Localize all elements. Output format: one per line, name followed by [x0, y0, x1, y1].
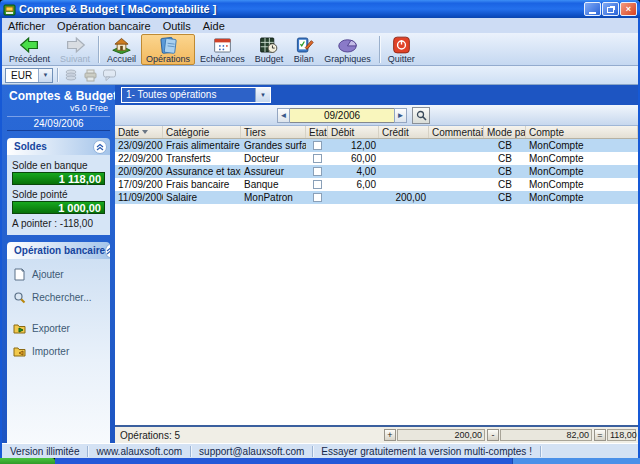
column-header-compte[interactable]: Compte — [526, 126, 638, 138]
upgrade-promo-link[interactable]: Essayer gratuitement la version multi-co… — [313, 446, 541, 457]
website-link[interactable]: www.alauxsoft.com — [88, 446, 191, 457]
debit-total-indicator: - — [487, 429, 499, 441]
currency-toolbar: EUR ▼ — [2, 66, 638, 85]
bank-balance-value: 1 118,00 — [12, 172, 105, 185]
accueil-button[interactable]: Accueil — [102, 34, 141, 65]
column-header-credit[interactable]: Crédit — [379, 126, 429, 138]
operations-table: Date Catégorie Tiers Etat Débit Crédit C… — [115, 126, 638, 425]
next-month-button[interactable]: ► — [394, 108, 407, 123]
graphiques-button[interactable]: Graphiques — [319, 34, 376, 65]
links-divider — [13, 314, 104, 322]
close-button[interactable]: × — [620, 2, 637, 16]
totals-bar: Opérations: 5 + 200,00 - 82,00 = 118,00 — [115, 425, 638, 443]
table-row[interactable]: 17/09/2006 Frais bancaire Banque 6,00 CB… — [115, 178, 638, 191]
minimize-button[interactable] — [584, 2, 601, 16]
column-header-tiers[interactable]: Tiers — [241, 126, 306, 138]
magnifier-icon — [416, 110, 427, 121]
column-header-date[interactable]: Date — [115, 126, 163, 138]
etat-checkbox[interactable] — [313, 141, 322, 150]
chevron-up-icon — [106, 247, 110, 255]
app-version-label: v5.0 Free — [2, 103, 115, 114]
menu-outils[interactable]: Outils — [157, 20, 197, 32]
support-email-link[interactable]: support@alauxsoft.com — [191, 446, 313, 457]
exporter-link[interactable]: Exporter — [13, 322, 104, 335]
period-field[interactable]: 09/2006 — [290, 108, 394, 123]
safe-icon — [258, 36, 279, 54]
bilan-button[interactable]: Bilan — [288, 34, 319, 65]
table-row[interactable]: 22/09/2006 Transferts Docteur 60,00 CB M… — [115, 152, 638, 165]
menu-operation-bancaire[interactable]: Opération bancaire — [51, 20, 157, 32]
search-period-button[interactable] — [412, 107, 430, 124]
table-empty-area — [115, 204, 638, 425]
operations-button[interactable]: Opérations — [141, 34, 195, 65]
calendar-icon — [212, 36, 233, 54]
etat-checkbox[interactable] — [313, 180, 322, 189]
toolbar-separator — [379, 36, 380, 63]
suivant-button[interactable]: Suivant — [55, 34, 95, 65]
speech-bubble-icon[interactable] — [102, 68, 117, 82]
toolbar-separator — [57, 68, 58, 82]
table-row[interactable]: 20/09/2006 Assurance et taxes.. Assureur… — [115, 165, 638, 178]
credit-total-indicator: + — [384, 429, 396, 441]
coins-icon[interactable] — [64, 68, 79, 82]
precedent-button[interactable]: Précédent — [4, 34, 55, 65]
menu-afficher[interactable]: Afficher — [2, 20, 51, 32]
etat-checkbox[interactable] — [313, 193, 322, 202]
to-point-label: A pointer : -118,00 — [12, 218, 105, 229]
table-row[interactable]: 11/09/2006 Salaire MonPatron 200,00 CB M… — [115, 191, 638, 204]
filter-band: 1- Toutes opérations ▼ — [115, 85, 638, 105]
windows-taskbar — [0, 458, 640, 464]
pointed-balance-label: Solde pointé — [12, 189, 105, 200]
etat-checkbox[interactable] — [313, 167, 322, 176]
menu-aide[interactable]: Aide — [197, 20, 231, 32]
minimize-icon — [589, 12, 596, 14]
echeances-button[interactable]: Echéances — [195, 34, 250, 65]
current-date-display: 24/09/2006 — [7, 116, 110, 131]
balance-total-value: 118,00 — [607, 429, 636, 441]
restore-button[interactable] — [602, 2, 619, 16]
operations-count: Opérations: 5 — [120, 430, 180, 441]
column-header-debit[interactable]: Débit — [328, 126, 379, 138]
budget-button[interactable]: Budget — [250, 34, 289, 65]
rechercher-link[interactable]: Rechercher... — [13, 291, 104, 304]
importer-link[interactable]: Importer — [13, 345, 104, 358]
operation-bancaire-panel: Opération bancaire — [7, 242, 110, 443]
sort-desc-icon — [142, 130, 148, 134]
forward-arrow-icon — [65, 36, 86, 54]
power-icon — [391, 36, 412, 54]
export-folder-icon — [13, 322, 26, 335]
window-frame: Afficher Opération bancaire Outils Aide … — [0, 18, 640, 458]
collapse-panel-button[interactable] — [93, 140, 107, 154]
app-logo-icon — [3, 3, 16, 16]
clipboard-pencil-icon — [293, 36, 314, 54]
app-window: Comptes & Budget [ MaComptabilité ] × Af… — [0, 0, 640, 464]
content-area: Comptes & Budget v5.0 Free 24/09/2006 So… — [2, 85, 638, 443]
column-header-etat[interactable]: Etat — [306, 126, 328, 138]
main-toolbar: Précédent Suivant Accueil — [2, 33, 638, 66]
bank-balance-label: Solde en banque — [12, 160, 105, 171]
table-header-row: Date Catégorie Tiers Etat Débit Crédit C… — [115, 126, 638, 139]
operations-filter-select[interactable]: 1- Toutes opérations ▼ — [121, 87, 271, 103]
printer-icon[interactable] — [83, 68, 98, 82]
quitter-button[interactable]: Quitter — [383, 34, 420, 65]
operation-panel-title: Opération bancaire — [14, 245, 105, 256]
start-button[interactable] — [0, 458, 55, 464]
column-header-mode-paiement[interactable]: Mode pai... — [484, 126, 526, 138]
etat-checkbox[interactable] — [313, 154, 322, 163]
home-icon — [111, 36, 132, 54]
collapse-panel-button[interactable] — [105, 244, 110, 258]
status-bar: Version illimitée www.alauxsoft.com supp… — [2, 443, 638, 458]
previous-month-button[interactable]: ◄ — [277, 108, 290, 123]
column-header-categorie[interactable]: Catégorie — [163, 126, 241, 138]
column-header-commentaire[interactable]: Commentaire — [429, 126, 484, 138]
ajouter-link[interactable]: Ajouter — [13, 268, 104, 281]
table-row[interactable]: 23/09/2006 Frais alimentaire Grandes sur… — [115, 139, 638, 152]
chevron-down-icon: ▼ — [255, 88, 270, 102]
pointed-balance-value: 1 000,00 — [12, 201, 105, 214]
new-note-icon — [13, 268, 26, 281]
soldes-panel-body: Solde en banque 1 118,00 Solde pointé 1 … — [7, 155, 110, 235]
debit-total-value: 82,00 — [500, 429, 592, 441]
title-bar: Comptes & Budget [ MaComptabilité ] × — [0, 0, 640, 18]
currency-select[interactable]: EUR ▼ — [5, 68, 53, 83]
menu-bar: Afficher Opération bancaire Outils Aide — [2, 18, 638, 33]
